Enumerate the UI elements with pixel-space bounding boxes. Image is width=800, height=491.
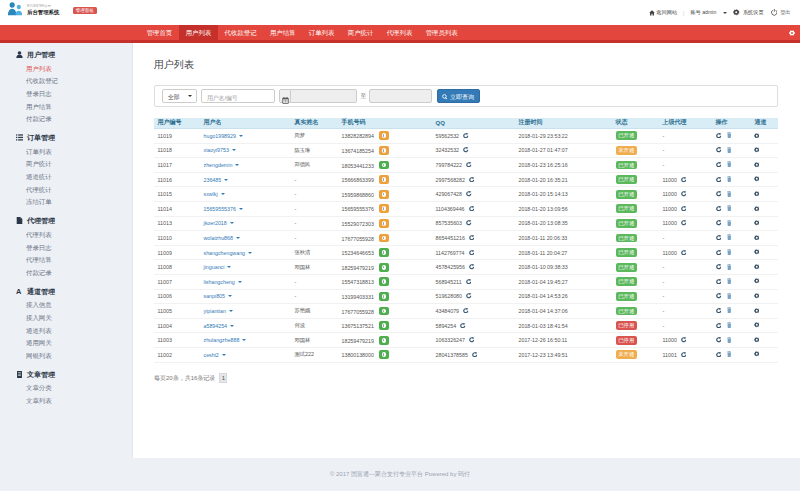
svg-text:A: A <box>16 288 22 295</box>
